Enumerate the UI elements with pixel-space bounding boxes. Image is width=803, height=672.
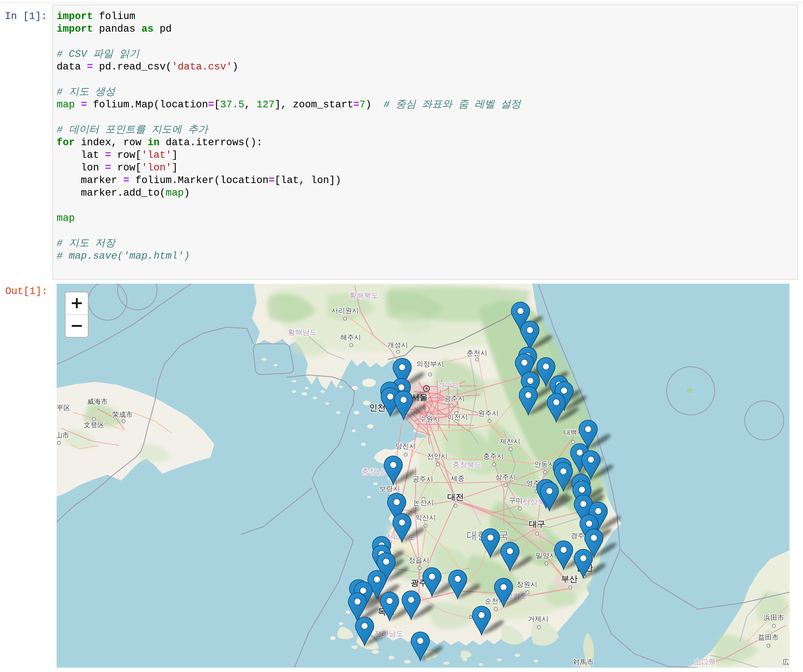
svg-text:益田市: 益田市 — [758, 633, 779, 641]
svg-text:보령시: 보령시 — [379, 485, 400, 492]
svg-text:창원시: 창원시 — [517, 581, 537, 588]
svg-text:원주시: 원주시 — [478, 409, 499, 417]
svg-text:충청북도: 충청북도 — [452, 460, 482, 469]
svg-text:안동시: 안동시 — [534, 460, 555, 468]
svg-text:제천시: 제천시 — [500, 438, 520, 445]
svg-text:충주시: 충주시 — [483, 452, 504, 460]
svg-text:荣成市: 荣成市 — [112, 411, 133, 418]
svg-text:平区: 平区 — [57, 404, 70, 412]
svg-text:거제시: 거제시 — [528, 615, 548, 623]
svg-text:威海市: 威海市 — [87, 398, 108, 405]
svg-text:개성시: 개성시 — [387, 341, 408, 348]
svg-text:황해남도: 황해남도 — [288, 328, 317, 336]
svg-text:당진시: 당진시 — [395, 442, 416, 450]
svg-text:정읍시: 정읍시 — [409, 556, 429, 564]
svg-text:천안시: 천안시 — [427, 452, 448, 460]
svg-text:부산: 부산 — [561, 574, 578, 584]
svg-text:논산시: 논산시 — [413, 499, 434, 506]
svg-text:인천: 인천 — [369, 403, 386, 412]
svg-text:해주시: 해주시 — [340, 334, 361, 341]
svg-text:밀양시: 밀양시 — [536, 552, 556, 559]
svg-text:이천시: 이천시 — [447, 413, 468, 421]
svg-text:공주시: 공주시 — [413, 475, 433, 483]
svg-text:춘천시: 춘천시 — [467, 349, 487, 356]
svg-text:山市: 山市 — [57, 431, 69, 439]
svg-text:세종: 세종 — [451, 475, 465, 482]
svg-text:익산시: 익산시 — [415, 514, 436, 521]
svg-text:경주: 경주 — [571, 532, 585, 539]
svg-text:상주시: 상주시 — [495, 473, 516, 481]
svg-text:浜田市: 浜田市 — [764, 614, 784, 621]
svg-text:광주시: 광주시 — [444, 394, 465, 402]
svg-text:広: 広 — [782, 658, 789, 666]
svg-text:대전: 대전 — [447, 492, 464, 501]
svg-text:対馬市: 対馬市 — [573, 658, 594, 666]
svg-text:文登区: 文登区 — [84, 421, 104, 429]
svg-text:사리원시: 사리원시 — [332, 307, 359, 314]
svg-text:수원시: 수원시 — [419, 415, 440, 423]
svg-text:경기도: 경기도 — [437, 381, 460, 389]
svg-text:山口県: 山口県 — [694, 658, 716, 666]
svg-text:의정부시: 의정부시 — [416, 360, 444, 368]
svg-text:대구: 대구 — [529, 519, 545, 529]
svg-text:황해북도: 황해북도 — [349, 291, 379, 299]
